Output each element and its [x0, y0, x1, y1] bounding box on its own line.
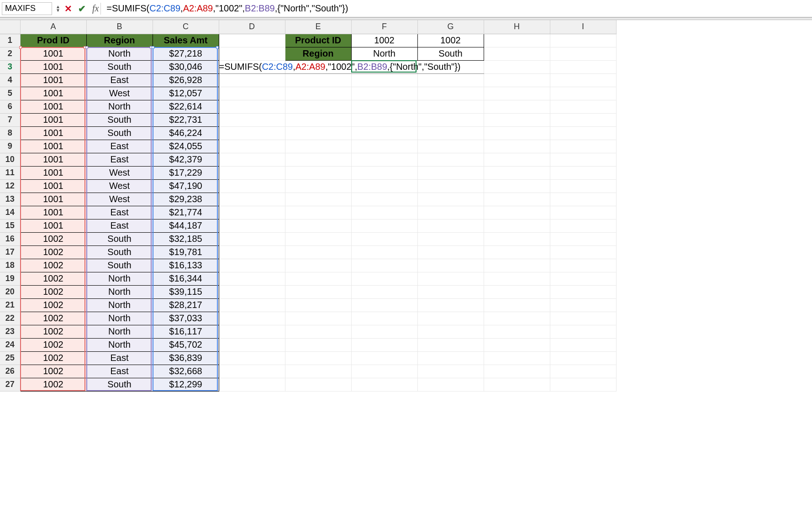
cell-G16[interactable]	[417, 232, 484, 245]
cell-D12[interactable]	[219, 179, 285, 193]
cell-C4[interactable]: $26,928	[153, 73, 219, 87]
cell-E13[interactable]	[285, 193, 351, 206]
cell-H1[interactable]	[484, 34, 550, 47]
cell-E14[interactable]	[285, 206, 351, 219]
cell-C19[interactable]: $16,344	[153, 272, 219, 285]
cell-D9[interactable]	[219, 140, 285, 153]
cell-C5[interactable]: $12,057	[153, 87, 219, 100]
cell-G21[interactable]	[417, 298, 484, 312]
cell-B16[interactable]: South	[86, 232, 153, 245]
cell-G4[interactable]	[417, 73, 484, 87]
row-header-27[interactable]: 27	[0, 378, 20, 391]
cell-F6[interactable]	[351, 100, 417, 113]
cell-I14[interactable]	[550, 206, 616, 219]
row-header-21[interactable]: 21	[0, 298, 20, 312]
cell-G20[interactable]	[417, 285, 484, 298]
cell-D7[interactable]	[219, 113, 285, 126]
cell-C6[interactable]: $22,614	[153, 100, 219, 113]
cell-I21[interactable]	[550, 298, 616, 312]
cell-G1[interactable]: 1002	[417, 34, 484, 47]
cell-I12[interactable]	[550, 179, 616, 193]
cell-H27[interactable]	[484, 378, 550, 391]
cell-D27[interactable]	[219, 378, 285, 391]
row-header-20[interactable]: 20	[0, 285, 20, 298]
cell-I20[interactable]	[550, 285, 616, 298]
cell-B14[interactable]: East	[86, 206, 153, 219]
cell-F11[interactable]	[351, 166, 417, 179]
row-header-22[interactable]: 22	[0, 312, 20, 325]
cell-D16[interactable]	[219, 232, 285, 245]
row-header-2[interactable]: 2	[0, 47, 20, 60]
cell-B25[interactable]: East	[86, 351, 153, 365]
cell-G11[interactable]	[417, 166, 484, 179]
cell-C9[interactable]: $24,055	[153, 140, 219, 153]
cell-D2[interactable]	[219, 47, 285, 60]
cell-A18[interactable]: 1002	[20, 259, 86, 272]
cell-C25[interactable]: $36,839	[153, 351, 219, 365]
cell-B2[interactable]: North	[86, 47, 153, 60]
cell-C15[interactable]: $44,187	[153, 219, 219, 232]
cell-E5[interactable]	[285, 87, 351, 100]
name-box-stepper[interactable]: ▲ ▼	[56, 5, 60, 12]
cell-E11[interactable]	[285, 166, 351, 179]
cell-G22[interactable]	[417, 312, 484, 325]
cell-E3[interactable]	[285, 60, 351, 73]
cell-A10[interactable]: 1001	[20, 153, 86, 166]
column-header-C[interactable]: C	[153, 20, 219, 34]
cell-D23[interactable]	[219, 325, 285, 338]
chevron-down-icon[interactable]: ▼	[56, 9, 60, 12]
cell-A25[interactable]: 1002	[20, 351, 86, 365]
cell-F23[interactable]	[351, 325, 417, 338]
cell-D3[interactable]: =SUMIFS(C2:C89,A2:A89,"1002",B2:B89,{"No…	[219, 60, 285, 73]
cell-F15[interactable]	[351, 219, 417, 232]
row-header-23[interactable]: 23	[0, 325, 20, 338]
cell-C12[interactable]: $47,190	[153, 179, 219, 193]
cell-H18[interactable]	[484, 259, 550, 272]
cell-F26[interactable]	[351, 365, 417, 378]
cell-D24[interactable]	[219, 338, 285, 351]
cell-D18[interactable]	[219, 259, 285, 272]
cell-G26[interactable]	[417, 365, 484, 378]
cell-A13[interactable]: 1001	[20, 193, 86, 206]
cell-G25[interactable]	[417, 351, 484, 365]
row-header-18[interactable]: 18	[0, 259, 20, 272]
row-header-11[interactable]: 11	[0, 166, 20, 179]
cell-B17[interactable]: South	[86, 245, 153, 259]
column-header-I[interactable]: I	[550, 20, 616, 34]
cell-F8[interactable]	[351, 126, 417, 140]
cell-I5[interactable]	[550, 87, 616, 100]
cell-I25[interactable]	[550, 351, 616, 365]
cell-C20[interactable]: $39,115	[153, 285, 219, 298]
cell-F18[interactable]	[351, 259, 417, 272]
row-header-6[interactable]: 6	[0, 100, 20, 113]
cell-I19[interactable]	[550, 272, 616, 285]
cell-H10[interactable]	[484, 153, 550, 166]
cell-D17[interactable]	[219, 245, 285, 259]
cell-A11[interactable]: 1001	[20, 166, 86, 179]
row-header-7[interactable]: 7	[0, 113, 20, 126]
cell-C14[interactable]: $21,774	[153, 206, 219, 219]
row-header-5[interactable]: 5	[0, 87, 20, 100]
cell-G23[interactable]	[417, 325, 484, 338]
cell-E8[interactable]	[285, 126, 351, 140]
cell-B27[interactable]: South	[86, 378, 153, 391]
cell-I4[interactable]	[550, 73, 616, 87]
cell-E20[interactable]	[285, 285, 351, 298]
cell-B15[interactable]: East	[86, 219, 153, 232]
cell-H12[interactable]	[484, 179, 550, 193]
cell-F20[interactable]	[351, 285, 417, 298]
cell-F10[interactable]	[351, 153, 417, 166]
cell-E10[interactable]	[285, 153, 351, 166]
cell-E17[interactable]	[285, 245, 351, 259]
cancel-button[interactable]: ✕	[63, 3, 74, 14]
cell-I16[interactable]	[550, 232, 616, 245]
row-header-4[interactable]: 4	[0, 73, 20, 87]
cell-B11[interactable]: West	[86, 166, 153, 179]
cell-B23[interactable]: North	[86, 325, 153, 338]
cell-I26[interactable]	[550, 365, 616, 378]
cell-B10[interactable]: East	[86, 153, 153, 166]
cell-D10[interactable]	[219, 153, 285, 166]
cell-G8[interactable]	[417, 126, 484, 140]
cell-G9[interactable]	[417, 140, 484, 153]
cell-G6[interactable]	[417, 100, 484, 113]
